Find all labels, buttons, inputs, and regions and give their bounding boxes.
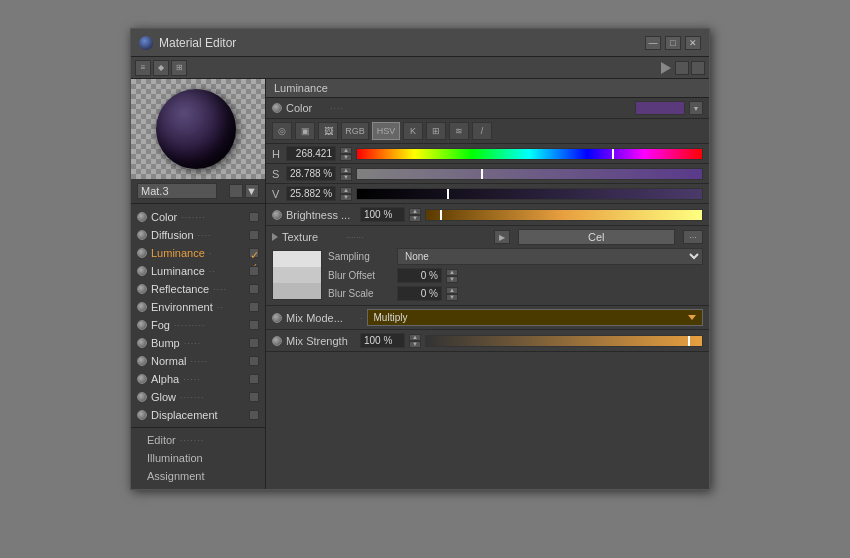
right-panel: Luminance Color ···· ▼ ◎ ▣ 🖼 RGB HSV K ⊞… <box>266 79 709 489</box>
hue-slider[interactable] <box>356 148 703 160</box>
spectrum-btn[interactable]: ≋ <box>449 122 469 140</box>
brightness-step-down[interactable]: ▼ <box>409 215 421 222</box>
param-fields: Sampling None Blur Offset ▲ ▼ <box>328 248 703 301</box>
plus-icon[interactable] <box>691 61 705 75</box>
val-label: V <box>272 188 282 200</box>
val-value[interactable]: 25.882 <box>286 186 336 201</box>
brightness-value[interactable] <box>360 207 405 222</box>
channel-label-normal: Normal <box>151 355 186 367</box>
color-row: Color ···· ▼ <box>266 98 709 119</box>
mix-strength-down[interactable]: ▼ <box>409 341 421 348</box>
preview-area <box>131 79 265 179</box>
subitem-editor[interactable]: Editor ······· <box>131 431 265 449</box>
color-dropdown-button[interactable]: ▼ <box>689 101 703 115</box>
toolbar-icon-3[interactable]: ⊞ <box>171 60 187 76</box>
channel-item-transparency[interactable]: Luminance ·· <box>131 262 265 280</box>
eyedropper-btn[interactable]: / <box>472 122 492 140</box>
mix-mode-dropdown[interactable]: Multiply <box>367 309 703 326</box>
channel-check-transparency[interactable] <box>249 266 259 276</box>
sat-value[interactable]: 28.788 <box>286 166 336 181</box>
mat-name-input[interactable]: Mat.3 <box>137 183 217 199</box>
brightness-label: Brightness ... <box>286 209 356 221</box>
mix-strength-slider[interactable] <box>425 335 703 347</box>
color-wheel-icon-btn[interactable]: ◎ <box>272 122 292 140</box>
channel-check-fog[interactable] <box>249 320 259 330</box>
channel-check-diffusion[interactable] <box>249 230 259 240</box>
mat-ctrl-btn-2[interactable]: ▼ <box>245 184 259 198</box>
subitem-illumination[interactable]: Illumination <box>131 449 265 467</box>
minimize-button[interactable]: — <box>645 36 661 50</box>
color-swatch[interactable] <box>635 101 685 115</box>
rgb-btn[interactable]: RGB <box>341 122 369 140</box>
sat-step-up[interactable]: ▲ <box>340 167 352 174</box>
mat-ctrl-btn-1[interactable] <box>229 184 243 198</box>
image-icon-btn[interactable]: 🖼 <box>318 122 338 140</box>
blur-scale-up[interactable]: ▲ <box>446 287 458 294</box>
channel-check-environment[interactable] <box>249 302 259 312</box>
hue-thumb <box>612 149 614 159</box>
hue-value[interactable]: 268.421 <box>286 146 336 161</box>
brightness-radio[interactable] <box>272 210 282 220</box>
texture-name-field[interactable] <box>518 229 676 245</box>
val-row: V 25.882 ▲ ▼ <box>266 184 709 204</box>
blur-offset-stepper: ▲ ▼ <box>446 269 458 283</box>
mix-strength-up[interactable]: ▲ <box>409 334 421 341</box>
blur-scale-value[interactable] <box>397 286 442 301</box>
brightness-slider[interactable] <box>425 209 703 221</box>
sat-slider[interactable] <box>356 168 703 180</box>
color-radio[interactable] <box>272 103 282 113</box>
texture-dots: ······· <box>346 232 490 242</box>
sampling-select[interactable]: None <box>397 248 703 265</box>
val-step-up[interactable]: ▲ <box>340 187 352 194</box>
channel-check-reflectance[interactable] <box>249 284 259 294</box>
hue-step-up[interactable]: ▲ <box>340 147 352 154</box>
channel-radio-alpha <box>137 374 147 384</box>
channel-check-displacement[interactable] <box>249 410 259 420</box>
mix-strength-radio[interactable] <box>272 336 282 346</box>
channel-item-normal[interactable]: Normal ····· <box>131 352 265 370</box>
gradient-icon-btn[interactable]: ▣ <box>295 122 315 140</box>
channel-item-diffusion[interactable]: Diffusion ···· <box>131 226 265 244</box>
mix-mode-radio[interactable] <box>272 313 282 323</box>
hsv-btn[interactable]: HSV <box>372 122 400 140</box>
channel-item-luminance[interactable]: Luminance · ✓ <box>131 244 265 262</box>
sat-step-down[interactable]: ▼ <box>340 174 352 181</box>
blur-offset-up[interactable]: ▲ <box>446 269 458 276</box>
mix-strength-value[interactable] <box>360 333 405 348</box>
channel-check-alpha[interactable] <box>249 374 259 384</box>
channel-item-fog[interactable]: Fog ········· <box>131 316 265 334</box>
channel-radio-color <box>137 212 147 222</box>
channel-check-luminance[interactable]: ✓ <box>249 248 259 258</box>
preview-sphere <box>156 89 236 169</box>
channel-item-environment[interactable]: Environment ·· <box>131 298 265 316</box>
toolbar-icon-2[interactable]: ◆ <box>153 60 169 76</box>
texture-header[interactable]: Texture ······· ▶ ··· <box>266 226 709 248</box>
channel-item-alpha[interactable]: Alpha ····· <box>131 370 265 388</box>
val-step-down[interactable]: ▼ <box>340 194 352 201</box>
blur-offset-value[interactable] <box>397 268 442 283</box>
maximize-button[interactable]: □ <box>665 36 681 50</box>
subitem-assignment[interactable]: Assignment <box>131 467 265 485</box>
channel-item-color[interactable]: Color ······· <box>131 208 265 226</box>
channel-item-glow[interactable]: Glow ······· <box>131 388 265 406</box>
lock-icon[interactable] <box>675 61 689 75</box>
texture-play-button[interactable]: ▶ <box>494 230 510 244</box>
k-btn[interactable]: K <box>403 122 423 140</box>
brightness-step-up[interactable]: ▲ <box>409 208 421 215</box>
val-slider[interactable] <box>356 188 703 200</box>
channel-check-bump[interactable] <box>249 338 259 348</box>
channel-check-glow[interactable] <box>249 392 259 402</box>
blur-offset-down[interactable]: ▼ <box>446 276 458 283</box>
channel-item-displacement[interactable]: Displacement <box>131 406 265 424</box>
palette-btn[interactable]: ⊞ <box>426 122 446 140</box>
toolbar-icon-1[interactable]: ≡ <box>135 60 151 76</box>
channel-check-color[interactable] <box>249 212 259 222</box>
blur-scale-down[interactable]: ▼ <box>446 294 458 301</box>
channel-check-normal[interactable] <box>249 356 259 366</box>
channel-item-bump[interactable]: Bump ····· <box>131 334 265 352</box>
channel-item-reflectance[interactable]: Reflectance ···· <box>131 280 265 298</box>
texture-more-button[interactable]: ··· <box>683 230 703 244</box>
close-button[interactable]: ✕ <box>685 36 701 50</box>
mix-strength-row: Mix Strength ▲ ▼ <box>266 330 709 352</box>
hue-step-down[interactable]: ▼ <box>340 154 352 161</box>
